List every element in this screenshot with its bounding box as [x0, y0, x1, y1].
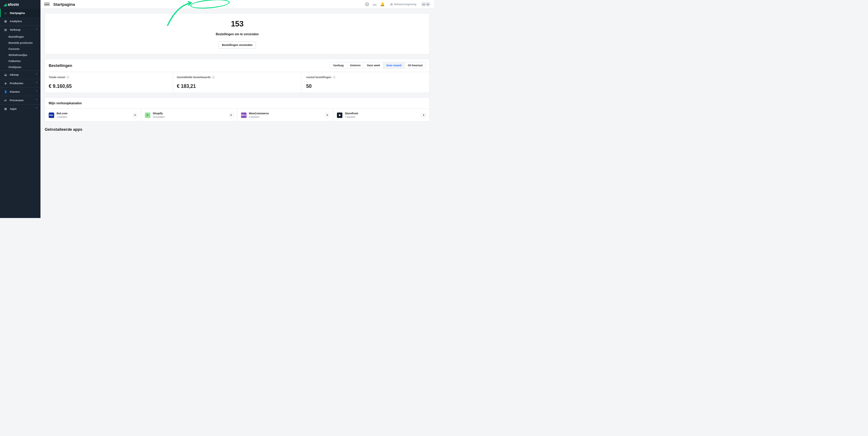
- chevron-down-icon: ˅: [36, 107, 37, 110]
- sidebar-sub-facturen[interactable]: Facturen: [0, 46, 40, 52]
- chevron-down-icon: ˅: [36, 82, 37, 85]
- metric-value: 50: [306, 83, 426, 89]
- channel-storefront[interactable]: ◆ Storefront 7 kanalen +: [333, 109, 429, 121]
- avatar-stack[interactable]: AE SK: [422, 2, 430, 7]
- tab-deze-week[interactable]: Deze week: [364, 62, 383, 68]
- orders-tabs: Vandaag Gisteren Deze week Deze maand Di…: [330, 62, 426, 69]
- sidebar-item-label: Verkoop: [10, 28, 21, 31]
- metric-totale-omzet: Totale omzet € 9.160,65: [45, 72, 173, 93]
- card-channels: Mijn verkoopkanalen bol. Bol.com 1 kanal…: [45, 97, 430, 122]
- sidebar-group-processen[interactable]: ⇄ Processen ˅: [0, 96, 40, 104]
- sidebar-sub-pakketten[interactable]: Pakketten: [0, 58, 40, 64]
- topbar: Startpagina ? ▬ 🔔 ⚙ Beheeromgeving AE SK: [40, 0, 434, 9]
- sidebar-item-label: Startpagina: [10, 11, 25, 14]
- channel-sub: 7 kanalen: [345, 115, 358, 118]
- channel-bol[interactable]: bol. Bol.com 1 kanalen +: [45, 109, 141, 121]
- sidebar-group-apps[interactable]: ▦ Apps ˅: [0, 105, 40, 113]
- sidebar-sub-picklijsten[interactable]: Picklijsten: [0, 64, 40, 70]
- home-icon: ⌂: [4, 11, 7, 14]
- card-shipments: 153 Bestellingen om te verzenden Bestell…: [45, 13, 430, 55]
- chat-icon[interactable]: ▬: [373, 2, 376, 6]
- channel-add-button[interactable]: +: [229, 113, 234, 118]
- sidebar-item-label: Analytics: [10, 20, 22, 23]
- chevron-down-icon: ˅: [36, 73, 37, 76]
- sidebar-item-startpagina[interactable]: ⌂ Startpagina: [0, 9, 40, 17]
- flow-icon: ⇄: [4, 99, 7, 102]
- brand-logo[interactable]: ◢ afosto: [0, 0, 40, 9]
- page-title: Startpagina: [53, 2, 75, 7]
- brand-mark-icon: ◢: [4, 2, 6, 7]
- channel-icon: ◆: [337, 112, 342, 118]
- orders-title: Bestellingen: [49, 63, 72, 68]
- tab-vandaag[interactable]: Vandaag: [330, 62, 347, 68]
- user-icon: 👤: [4, 90, 7, 93]
- sidebar-item-analytics[interactable]: ▦ Analytics: [0, 17, 40, 25]
- beheer-label: Beheeromgeving: [394, 3, 416, 6]
- sidebar-group-inkoop[interactable]: ⬓ Inkoop ˅: [0, 71, 40, 79]
- installed-apps-title: Geïnstalleerde apps: [45, 127, 430, 132]
- apps-icon: ▦: [4, 107, 7, 110]
- chevron-down-icon: ˅: [36, 99, 37, 102]
- help-icon[interactable]: ?: [365, 2, 369, 6]
- sidebar-item-label: Processen: [10, 99, 24, 102]
- orders-header: Bestellingen Vandaag Gisteren Deze week …: [45, 59, 429, 72]
- channel-sub: 1 kanalen: [57, 115, 68, 118]
- channel-icon: bol.: [49, 112, 54, 118]
- sidebar-sub-bestellingen[interactable]: Bestellingen: [0, 34, 40, 40]
- sidebar-sub-bestelde-producten[interactable]: Bestelde producten: [0, 40, 40, 46]
- metric-aantal-bestellingen: Aantal bestellingen 50: [301, 72, 429, 93]
- channel-name: Bol.com: [57, 112, 68, 115]
- orders-metrics: Totale omzet € 9.160,65 Gemiddelde beste…: [45, 72, 429, 93]
- tab-gisteren[interactable]: Gisteren: [347, 62, 364, 68]
- tab-deze-maand[interactable]: Deze maand: [383, 62, 405, 68]
- avatar-chip[interactable]: SK: [426, 2, 430, 7]
- sidebar-item-label: Producten: [10, 82, 24, 85]
- sidebar-group-verkoop[interactable]: ▤ Verkoop ˄: [0, 26, 40, 34]
- metric-label: Totale omzet: [49, 76, 169, 79]
- sidebar-group-klanten[interactable]: 👤 Klanten ˅: [0, 88, 40, 96]
- sidebar-group-producten[interactable]: ◆ Producten ˅: [0, 79, 40, 87]
- bell-icon[interactable]: 🔔: [380, 2, 385, 6]
- card-orders: Bestellingen Vandaag Gisteren Deze week …: [45, 59, 430, 93]
- metric-value: € 9.160,65: [49, 83, 169, 89]
- channels-title: Mijn verkoopkanalen: [45, 98, 429, 108]
- chevron-up-icon: ˄: [36, 28, 37, 31]
- sidebar-sub-winkelmandjes[interactable]: Winkelmandjes: [0, 52, 40, 58]
- chevron-down-icon: ˅: [36, 90, 37, 93]
- metric-label: Gemiddelde bestelwaarde: [177, 76, 297, 79]
- brand-name: afosto: [8, 2, 19, 7]
- menu-toggle-icon[interactable]: [44, 2, 50, 7]
- channel-name: WooCommerce: [249, 112, 269, 115]
- inbox-icon: ⬓: [4, 73, 7, 76]
- channel-icon: S: [145, 112, 150, 118]
- sidebar: ◢ afosto ⌂ Startpagina ▦ Analytics ▤ Ver…: [0, 0, 40, 218]
- channel-add-button[interactable]: +: [133, 113, 137, 118]
- ship-button[interactable]: Bestellingen verzenden: [219, 41, 256, 48]
- receipt-icon: ▤: [4, 28, 7, 31]
- channel-sub: 20 kanalen: [153, 115, 165, 118]
- channel-shopify[interactable]: S Shopify 20 kanalen +: [141, 109, 238, 121]
- channel-woocommerce[interactable]: Woo WooCommerce 3 kanalen +: [238, 109, 334, 121]
- channel-add-button[interactable]: +: [422, 113, 426, 118]
- info-icon[interactable]: [333, 76, 336, 79]
- metric-gemiddelde-bestelwaarde: Gemiddelde bestelwaarde € 183,21: [173, 72, 301, 93]
- channel-name: Storefront: [345, 112, 358, 115]
- sidebar-item-label: Klanten: [10, 90, 20, 93]
- ship-count: 153: [49, 20, 426, 28]
- info-icon[interactable]: [212, 76, 215, 79]
- metric-value: € 183,21: [177, 83, 297, 89]
- channel-name: Shopify: [153, 112, 165, 115]
- tag-icon: ◆: [4, 82, 7, 85]
- grid-icon: ▦: [4, 20, 7, 23]
- sidebar-item-label: Apps: [10, 107, 17, 110]
- sidebar-nav: ⌂ Startpagina ▦ Analytics ▤ Verkoop ˄ Be…: [0, 9, 40, 113]
- channel-icon: Woo: [241, 112, 247, 118]
- sidebar-sub-verkoop: Bestellingen Bestelde producten Facturen…: [0, 34, 40, 70]
- info-icon[interactable]: [66, 76, 69, 79]
- tab-dit-kwartaal[interactable]: Dit kwartaal: [405, 62, 426, 68]
- channel-add-button[interactable]: +: [325, 113, 329, 118]
- gear-icon: ⚙: [390, 3, 393, 6]
- beheer-button[interactable]: ⚙ Beheeromgeving: [389, 2, 418, 7]
- channel-sub: 3 kanalen: [249, 115, 269, 118]
- metric-label: Aantal bestellingen: [306, 76, 426, 79]
